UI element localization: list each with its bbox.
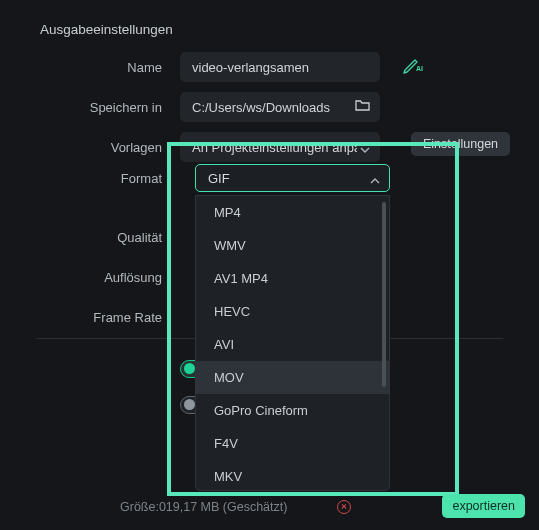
format-option-mkv[interactable]: MKV xyxy=(196,460,389,491)
label-format: Format xyxy=(0,171,180,186)
format-option-mov[interactable]: MOV xyxy=(196,361,389,394)
format-selected-value: GIF xyxy=(208,171,230,186)
settings-button[interactable]: Einstellungen xyxy=(411,132,510,156)
dropdown-scrollbar[interactable] xyxy=(382,202,386,387)
row-name: Name xyxy=(0,52,539,82)
format-option-gopro[interactable]: GoPro Cineform xyxy=(196,394,389,427)
format-select[interactable]: GIF xyxy=(195,164,390,192)
label-templates: Vorlagen xyxy=(0,140,180,155)
format-option-avi[interactable]: AVI xyxy=(196,328,389,361)
format-option-f4v[interactable]: F4V xyxy=(196,427,389,460)
export-button[interactable]: exportieren xyxy=(442,494,525,518)
label-save-in: Speichern in xyxy=(0,100,180,115)
error-icon[interactable] xyxy=(337,500,351,514)
label-resolution: Auflösung xyxy=(0,270,180,285)
format-dropdown[interactable]: MP4 WMV AV1 MP4 HEVC AVI MOV GoPro Cinef… xyxy=(195,195,390,491)
row-save-in: Speichern in C:/Users/ws/Downloads xyxy=(0,92,539,122)
label-quality: Qualität xyxy=(0,230,180,245)
folder-icon[interactable] xyxy=(355,99,370,115)
format-option-hevc[interactable]: HEVC xyxy=(196,295,389,328)
format-option-wmv[interactable]: WMV xyxy=(196,229,389,262)
page-title: Ausgabeeinstellungen xyxy=(40,22,173,37)
label-framerate: Frame Rate xyxy=(0,310,180,325)
chevron-down-icon xyxy=(360,142,370,157)
save-path-field[interactable]: C:/Users/ws/Downloads xyxy=(180,92,380,122)
name-field[interactable] xyxy=(180,52,380,82)
svg-text:AI: AI xyxy=(416,65,423,72)
footer-size-estimate: Größe:019,17 MB (Geschätzt) xyxy=(120,500,287,514)
format-option-av1mp4[interactable]: AV1 MP4 xyxy=(196,262,389,295)
format-option-mp4[interactable]: MP4 xyxy=(196,196,389,229)
templates-field[interactable]: An Projekteinstellungen anpassen xyxy=(180,132,380,162)
chevron-up-icon xyxy=(370,173,380,188)
label-name: Name xyxy=(0,60,180,75)
save-path-text: C:/Users/ws/Downloads xyxy=(192,100,330,115)
ai-edit-icon[interactable]: AI xyxy=(402,55,424,75)
templates-value: An Projekteinstellungen anpassen xyxy=(192,140,357,155)
name-input[interactable] xyxy=(192,60,368,75)
